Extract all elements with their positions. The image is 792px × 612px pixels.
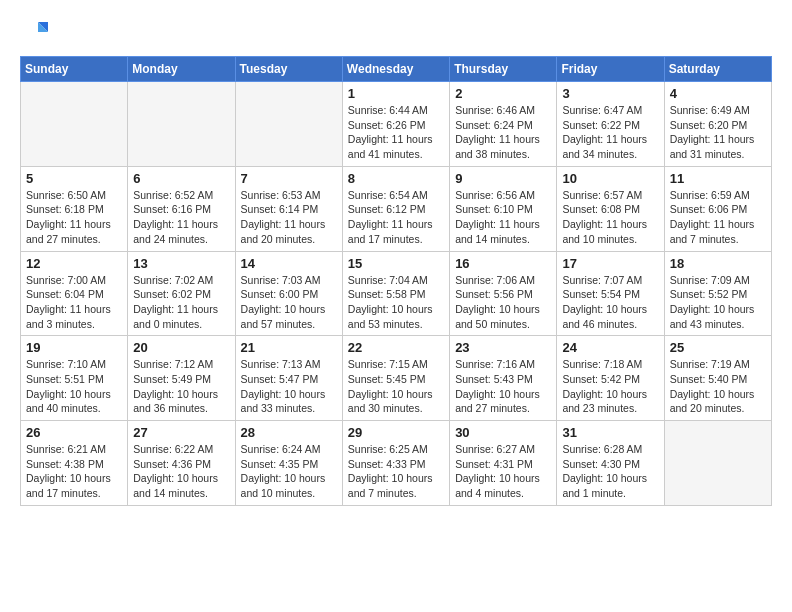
logo-icon bbox=[20, 18, 48, 46]
day-cell: 11Sunrise: 6:59 AM Sunset: 6:06 PM Dayli… bbox=[664, 166, 771, 251]
day-cell: 2Sunrise: 6:46 AM Sunset: 6:24 PM Daylig… bbox=[450, 82, 557, 167]
day-cell: 21Sunrise: 7:13 AM Sunset: 5:47 PM Dayli… bbox=[235, 336, 342, 421]
day-cell: 14Sunrise: 7:03 AM Sunset: 6:00 PM Dayli… bbox=[235, 251, 342, 336]
day-number: 1 bbox=[348, 86, 444, 101]
day-number: 19 bbox=[26, 340, 122, 355]
day-info: Sunrise: 6:57 AM Sunset: 6:08 PM Dayligh… bbox=[562, 188, 658, 247]
day-info: Sunrise: 6:27 AM Sunset: 4:31 PM Dayligh… bbox=[455, 442, 551, 501]
day-info: Sunrise: 6:44 AM Sunset: 6:26 PM Dayligh… bbox=[348, 103, 444, 162]
day-number: 26 bbox=[26, 425, 122, 440]
day-cell: 27Sunrise: 6:22 AM Sunset: 4:36 PM Dayli… bbox=[128, 421, 235, 506]
week-row-1: 5Sunrise: 6:50 AM Sunset: 6:18 PM Daylig… bbox=[21, 166, 772, 251]
day-cell: 9Sunrise: 6:56 AM Sunset: 6:10 PM Daylig… bbox=[450, 166, 557, 251]
day-info: Sunrise: 6:54 AM Sunset: 6:12 PM Dayligh… bbox=[348, 188, 444, 247]
day-number: 11 bbox=[670, 171, 766, 186]
day-info: Sunrise: 6:25 AM Sunset: 4:33 PM Dayligh… bbox=[348, 442, 444, 501]
calendar-header: SundayMondayTuesdayWednesdayThursdayFrid… bbox=[21, 57, 772, 82]
day-cell: 23Sunrise: 7:16 AM Sunset: 5:43 PM Dayli… bbox=[450, 336, 557, 421]
logo bbox=[20, 16, 52, 46]
day-info: Sunrise: 6:59 AM Sunset: 6:06 PM Dayligh… bbox=[670, 188, 766, 247]
day-cell: 3Sunrise: 6:47 AM Sunset: 6:22 PM Daylig… bbox=[557, 82, 664, 167]
day-info: Sunrise: 7:13 AM Sunset: 5:47 PM Dayligh… bbox=[241, 357, 337, 416]
day-number: 4 bbox=[670, 86, 766, 101]
header-thursday: Thursday bbox=[450, 57, 557, 82]
day-cell: 1Sunrise: 6:44 AM Sunset: 6:26 PM Daylig… bbox=[342, 82, 449, 167]
day-info: Sunrise: 6:52 AM Sunset: 6:16 PM Dayligh… bbox=[133, 188, 229, 247]
day-cell: 20Sunrise: 7:12 AM Sunset: 5:49 PM Dayli… bbox=[128, 336, 235, 421]
day-number: 17 bbox=[562, 256, 658, 271]
header-monday: Monday bbox=[128, 57, 235, 82]
day-info: Sunrise: 7:15 AM Sunset: 5:45 PM Dayligh… bbox=[348, 357, 444, 416]
day-cell: 22Sunrise: 7:15 AM Sunset: 5:45 PM Dayli… bbox=[342, 336, 449, 421]
day-info: Sunrise: 6:21 AM Sunset: 4:38 PM Dayligh… bbox=[26, 442, 122, 501]
day-number: 13 bbox=[133, 256, 229, 271]
day-info: Sunrise: 7:02 AM Sunset: 6:02 PM Dayligh… bbox=[133, 273, 229, 332]
day-cell: 19Sunrise: 7:10 AM Sunset: 5:51 PM Dayli… bbox=[21, 336, 128, 421]
day-info: Sunrise: 6:50 AM Sunset: 6:18 PM Dayligh… bbox=[26, 188, 122, 247]
day-number: 31 bbox=[562, 425, 658, 440]
day-number: 24 bbox=[562, 340, 658, 355]
day-cell bbox=[128, 82, 235, 167]
day-number: 23 bbox=[455, 340, 551, 355]
header-row: SundayMondayTuesdayWednesdayThursdayFrid… bbox=[21, 57, 772, 82]
day-cell: 8Sunrise: 6:54 AM Sunset: 6:12 PM Daylig… bbox=[342, 166, 449, 251]
day-number: 22 bbox=[348, 340, 444, 355]
header-sunday: Sunday bbox=[21, 57, 128, 82]
day-cell: 26Sunrise: 6:21 AM Sunset: 4:38 PM Dayli… bbox=[21, 421, 128, 506]
day-info: Sunrise: 7:07 AM Sunset: 5:54 PM Dayligh… bbox=[562, 273, 658, 332]
day-info: Sunrise: 7:19 AM Sunset: 5:40 PM Dayligh… bbox=[670, 357, 766, 416]
day-cell: 24Sunrise: 7:18 AM Sunset: 5:42 PM Dayli… bbox=[557, 336, 664, 421]
header-friday: Friday bbox=[557, 57, 664, 82]
day-cell: 5Sunrise: 6:50 AM Sunset: 6:18 PM Daylig… bbox=[21, 166, 128, 251]
day-number: 10 bbox=[562, 171, 658, 186]
day-number: 29 bbox=[348, 425, 444, 440]
header-saturday: Saturday bbox=[664, 57, 771, 82]
header bbox=[20, 16, 772, 46]
day-info: Sunrise: 6:22 AM Sunset: 4:36 PM Dayligh… bbox=[133, 442, 229, 501]
page: SundayMondayTuesdayWednesdayThursdayFrid… bbox=[0, 0, 792, 516]
header-wednesday: Wednesday bbox=[342, 57, 449, 82]
day-number: 16 bbox=[455, 256, 551, 271]
day-info: Sunrise: 6:49 AM Sunset: 6:20 PM Dayligh… bbox=[670, 103, 766, 162]
day-info: Sunrise: 7:00 AM Sunset: 6:04 PM Dayligh… bbox=[26, 273, 122, 332]
day-cell: 18Sunrise: 7:09 AM Sunset: 5:52 PM Dayli… bbox=[664, 251, 771, 336]
day-number: 3 bbox=[562, 86, 658, 101]
day-number: 6 bbox=[133, 171, 229, 186]
day-cell: 6Sunrise: 6:52 AM Sunset: 6:16 PM Daylig… bbox=[128, 166, 235, 251]
day-number: 14 bbox=[241, 256, 337, 271]
day-number: 30 bbox=[455, 425, 551, 440]
calendar-body: 1Sunrise: 6:44 AM Sunset: 6:26 PM Daylig… bbox=[21, 82, 772, 506]
day-cell: 4Sunrise: 6:49 AM Sunset: 6:20 PM Daylig… bbox=[664, 82, 771, 167]
day-number: 18 bbox=[670, 256, 766, 271]
day-number: 21 bbox=[241, 340, 337, 355]
day-info: Sunrise: 6:28 AM Sunset: 4:30 PM Dayligh… bbox=[562, 442, 658, 501]
day-cell: 12Sunrise: 7:00 AM Sunset: 6:04 PM Dayli… bbox=[21, 251, 128, 336]
day-number: 25 bbox=[670, 340, 766, 355]
day-info: Sunrise: 6:56 AM Sunset: 6:10 PM Dayligh… bbox=[455, 188, 551, 247]
calendar: SundayMondayTuesdayWednesdayThursdayFrid… bbox=[20, 56, 772, 506]
day-info: Sunrise: 7:10 AM Sunset: 5:51 PM Dayligh… bbox=[26, 357, 122, 416]
day-number: 2 bbox=[455, 86, 551, 101]
day-info: Sunrise: 7:06 AM Sunset: 5:56 PM Dayligh… bbox=[455, 273, 551, 332]
day-info: Sunrise: 7:12 AM Sunset: 5:49 PM Dayligh… bbox=[133, 357, 229, 416]
day-number: 7 bbox=[241, 171, 337, 186]
day-info: Sunrise: 6:53 AM Sunset: 6:14 PM Dayligh… bbox=[241, 188, 337, 247]
week-row-3: 19Sunrise: 7:10 AM Sunset: 5:51 PM Dayli… bbox=[21, 336, 772, 421]
day-cell: 10Sunrise: 6:57 AM Sunset: 6:08 PM Dayli… bbox=[557, 166, 664, 251]
day-number: 9 bbox=[455, 171, 551, 186]
day-cell: 29Sunrise: 6:25 AM Sunset: 4:33 PM Dayli… bbox=[342, 421, 449, 506]
day-info: Sunrise: 6:47 AM Sunset: 6:22 PM Dayligh… bbox=[562, 103, 658, 162]
day-info: Sunrise: 7:18 AM Sunset: 5:42 PM Dayligh… bbox=[562, 357, 658, 416]
day-cell bbox=[21, 82, 128, 167]
day-info: Sunrise: 7:16 AM Sunset: 5:43 PM Dayligh… bbox=[455, 357, 551, 416]
day-cell bbox=[664, 421, 771, 506]
day-info: Sunrise: 6:24 AM Sunset: 4:35 PM Dayligh… bbox=[241, 442, 337, 501]
header-tuesday: Tuesday bbox=[235, 57, 342, 82]
day-cell: 28Sunrise: 6:24 AM Sunset: 4:35 PM Dayli… bbox=[235, 421, 342, 506]
day-cell: 16Sunrise: 7:06 AM Sunset: 5:56 PM Dayli… bbox=[450, 251, 557, 336]
week-row-0: 1Sunrise: 6:44 AM Sunset: 6:26 PM Daylig… bbox=[21, 82, 772, 167]
day-number: 5 bbox=[26, 171, 122, 186]
day-info: Sunrise: 7:09 AM Sunset: 5:52 PM Dayligh… bbox=[670, 273, 766, 332]
day-info: Sunrise: 7:03 AM Sunset: 6:00 PM Dayligh… bbox=[241, 273, 337, 332]
day-cell: 31Sunrise: 6:28 AM Sunset: 4:30 PM Dayli… bbox=[557, 421, 664, 506]
